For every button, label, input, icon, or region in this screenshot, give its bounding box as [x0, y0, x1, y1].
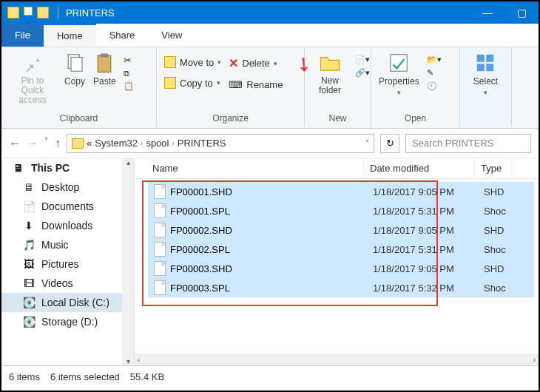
sidebar-item[interactable]: 🎞Videos: [1, 274, 134, 293]
up-button[interactable]: ↑: [55, 137, 61, 150]
forward-button[interactable]: →: [27, 137, 38, 150]
col-name[interactable]: Name: [135, 158, 364, 178]
pin-icon: [21, 52, 44, 74]
paste-label: Paste: [93, 76, 116, 87]
refresh-button[interactable]: ↻: [380, 134, 399, 153]
file-list[interactable]: FP00001.SHD1/18/2017 9:05 PMSHDFP00001.S…: [135, 179, 539, 297]
file-row[interactable]: FP00003.SHD1/18/2017 9:05 PMSHD: [148, 259, 534, 278]
file-pane: Name Date modified Type FP00001.SHD1/18/…: [135, 158, 539, 365]
crumb-0[interactable]: System32: [95, 138, 138, 149]
file-type: SHD: [484, 263, 521, 274]
tab-share[interactable]: Share: [96, 24, 149, 47]
file-date: 1/18/2017 5:31 PM: [373, 206, 484, 217]
file-name: FP00003.SHD: [170, 263, 232, 274]
sidebar-scrollbar[interactable]: [122, 158, 134, 365]
column-headers[interactable]: Name Date modified Type: [135, 158, 539, 179]
svg-rect-8: [487, 64, 494, 71]
copy-button[interactable]: Copy: [64, 52, 86, 87]
copy-to-button[interactable]: Copy to ▾: [164, 77, 221, 89]
svg-rect-4: [391, 55, 408, 72]
file-icon: [154, 261, 166, 276]
move-to-button[interactable]: Move to ▾: [164, 56, 221, 68]
folder-icon: [7, 7, 19, 18]
pin-to-quick-access-button[interactable]: Pin to Quick access: [9, 52, 56, 106]
chevron-down-icon[interactable]: ˅: [365, 139, 369, 147]
navigation-pane: 🖥 This PC 🖥Desktop📄Documents⬇Downloads🎵M…: [1, 158, 135, 365]
file-row[interactable]: FP00003.SPL1/18/2017 5:32 PMShoc: [148, 278, 534, 297]
cut-icon[interactable]: ✂: [124, 55, 134, 66]
edit-icon[interactable]: ✎: [427, 68, 442, 78]
divider: [58, 7, 58, 18]
file-icon: [154, 280, 166, 295]
file-icon: [154, 203, 166, 218]
select-icon: [474, 52, 496, 74]
sidebar-item-icon: 💽: [22, 296, 36, 309]
sidebar-item-label: Videos: [41, 277, 73, 289]
file-date: 1/18/2017 5:32 PM: [373, 283, 484, 294]
file-name: FP00002.SPL: [170, 244, 230, 255]
file-name: FP00001.SPL: [170, 206, 230, 217]
new-folder-icon: [319, 52, 341, 74]
new-folder-button[interactable]: New folder: [312, 52, 348, 95]
file-name: FP00002.SHD: [170, 225, 232, 236]
crumb-2[interactable]: PRINTERS: [178, 138, 226, 149]
recent-button[interactable]: ˅: [44, 137, 49, 150]
address-bar-row: ← → ˅ ↑ « System32 › spool › PRINTERS ˅ …: [1, 129, 539, 158]
crumb-1[interactable]: spool: [146, 138, 169, 149]
col-type[interactable]: Type: [475, 158, 512, 178]
file-menu[interactable]: File: [1, 24, 44, 47]
sidebar-item[interactable]: 💽Storage (D:): [1, 312, 134, 331]
delete-label: Delete: [242, 58, 270, 69]
sidebar-this-pc[interactable]: 🖥 This PC: [1, 158, 134, 178]
file-row[interactable]: FP00001.SPL1/18/2017 5:31 PMShoc: [148, 201, 534, 220]
svg-rect-7: [477, 64, 485, 71]
copy-label: Copy: [64, 76, 85, 87]
chevron-down-icon: ▾: [484, 89, 487, 96]
sidebar-item[interactable]: 📄Documents: [1, 197, 134, 216]
tab-home[interactable]: Home: [44, 24, 96, 47]
tab-view[interactable]: View: [148, 24, 195, 47]
file-row[interactable]: FP00001.SHD1/18/2017 9:05 PMSHD: [148, 182, 534, 201]
history-icon[interactable]: 🕘: [427, 81, 442, 91]
select-button[interactable]: Select ▾: [473, 52, 498, 96]
rename-button[interactable]: ⌨ Rename: [229, 79, 283, 90]
col-date[interactable]: Date modified: [364, 158, 475, 178]
group-new-label: New: [312, 112, 363, 124]
properties-button[interactable]: Properties ▾: [379, 52, 419, 96]
file-row[interactable]: FP00002.SPL1/18/2017 5:31 PMShoc: [148, 240, 534, 259]
sidebar-item[interactable]: 🎵Music: [1, 235, 134, 254]
minimize-button[interactable]: —: [470, 1, 504, 24]
sidebar-item[interactable]: 🖼Pictures: [1, 254, 134, 274]
titlebar: PRINTERS — ▢: [1, 1, 539, 24]
search-placeholder: Search PRINTERS: [412, 138, 494, 149]
chevron-down-icon: ▾: [217, 79, 220, 87]
horizontal-scrollbar[interactable]: ‹›: [135, 354, 539, 365]
new-item-icon[interactable]: 📄▾: [355, 55, 370, 64]
back-button[interactable]: ←: [9, 137, 21, 150]
copy-path-icon[interactable]: ⧉: [124, 69, 134, 78]
paste-button[interactable]: Paste: [93, 52, 116, 87]
maximize-button[interactable]: ▢: [504, 1, 539, 24]
sidebar-item-icon: 🎵: [22, 238, 36, 251]
sidebar-item-label: Pictures: [41, 258, 79, 270]
file-name: FP00003.SPL: [170, 283, 230, 294]
copy-icon: [64, 52, 86, 74]
pin-label: Pin to Quick access: [9, 76, 56, 106]
open-icon[interactable]: 📂▾: [427, 55, 442, 64]
breadcrumb[interactable]: « System32 › spool › PRINTERS ˅: [67, 134, 374, 153]
sidebar-item[interactable]: 🖥Desktop: [1, 178, 134, 197]
chevron-down-icon: ▾: [274, 60, 277, 67]
paste-icon: [93, 52, 115, 74]
sidebar-item[interactable]: ⬇Downloads: [1, 216, 134, 235]
paste-shortcut-icon[interactable]: 📋: [124, 81, 134, 91]
sidebar-item[interactable]: 💽Local Disk (C:): [1, 293, 134, 312]
easy-access-icon[interactable]: 🔗▾: [355, 68, 370, 78]
delete-button[interactable]: ✕ Delete ▾: [229, 56, 283, 70]
moveto-label: Move to: [180, 57, 214, 68]
content-area: 🖥 This PC 🖥Desktop📄Documents⬇Downloads🎵M…: [1, 158, 539, 365]
qa-icon: [24, 7, 33, 16]
file-type: Shoc: [484, 206, 521, 217]
search-input[interactable]: Search PRINTERS: [405, 134, 531, 153]
file-row[interactable]: FP00002.SHD1/18/2017 9:05 PMSHD: [148, 220, 534, 240]
window-title: PRINTERS: [63, 7, 470, 18]
